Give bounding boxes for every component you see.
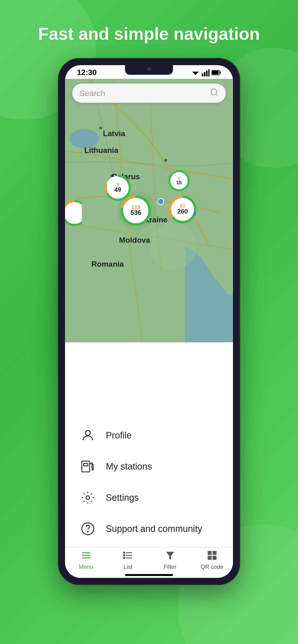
svg-rect-65 [213,558,214,560]
svg-rect-1 [202,74,203,76]
svg-rect-7 [212,71,219,74]
nav-item-menu[interactable]: Menu [72,550,100,570]
search-icon [210,88,219,98]
svg-rect-64 [215,556,216,558]
svg-point-55 [123,557,125,559]
status-time: 12:30 [77,68,97,77]
svg-text:15: 15 [176,180,182,185]
menu-label-my-stations: My stations [106,462,152,472]
nav-label-list: List [123,564,132,570]
wifi-icon [191,68,200,77]
svg-point-41 [85,430,90,435]
svg-rect-4 [208,69,209,76]
svg-text:536: 536 [130,209,141,216]
svg-rect-42 [82,461,90,472]
menu-label-profile: Profile [106,430,132,440]
qr-nav-icon [207,550,217,562]
svg-point-12 [99,126,102,130]
menu-label-support: Support and community [106,524,202,534]
list-nav-icon [123,550,133,562]
map-label-latvia: Latvia [103,129,125,138]
svg-marker-0 [192,72,199,75]
svg-rect-2 [204,72,205,76]
home-indicator [125,574,173,576]
support-icon [79,520,96,537]
blue-location-dot [158,198,164,205]
menu-item-my-stations[interactable]: My stations [65,451,233,482]
nav-item-filter[interactable]: Filter [156,550,185,570]
signal-icon [202,69,209,76]
nav-separator [65,547,233,547]
svg-rect-6 [220,72,221,74]
settings-icon [79,489,96,506]
svg-point-11 [149,222,197,270]
svg-rect-63 [213,556,214,558]
cluster-partial[interactable] [65,198,82,228]
map-label-lithuania: Lithuania [84,146,118,155]
menu-item-support[interactable]: Support and community [65,513,233,544]
search-bar[interactable]: Search [72,84,226,103]
bottom-menu-sheet: Profile My stations [65,415,233,547]
svg-point-44 [86,496,90,500]
nav-item-qr[interactable]: QR code [198,550,226,570]
svg-text:260: 260 [177,208,188,215]
svg-text:49: 49 [114,186,121,193]
cluster-3[interactable]: 119 536 [119,194,153,228]
svg-rect-3 [206,71,208,76]
nav-item-list[interactable]: List [114,550,142,570]
phone-notch [125,65,173,75]
cluster-4[interactable]: 97 260 [167,194,198,226]
map-area: Search Latvia Lithuania Belarus Ukraine … [65,79,233,342]
svg-rect-62 [209,557,210,558]
filter-nav-icon [165,550,175,562]
svg-rect-60 [209,552,210,554]
phone-frame: 12:30 [58,58,240,585]
svg-point-53 [123,552,125,554]
svg-point-46 [88,532,88,532]
nav-label-filter: Filter [164,564,176,570]
svg-rect-43 [84,464,88,466]
nav-label-menu: Menu [79,564,93,570]
search-placeholder: Search [79,89,210,98]
menu-nav-icon [81,550,91,562]
svg-marker-56 [166,552,174,560]
nav-label-qr: QR code [201,564,223,570]
menu-item-profile[interactable]: Profile [65,420,233,451]
gas-station-icon [79,458,96,475]
status-icons [191,68,221,77]
svg-point-54 [123,555,125,556]
bottom-nav-bar: Menu List [65,547,233,578]
map-label-romania: Romania [91,260,124,268]
cluster-2[interactable]: 0 15 [167,169,191,194]
page-title: Fast and simple navigation [38,24,260,44]
menu-item-settings[interactable]: Settings [65,482,233,513]
svg-point-17 [211,89,217,95]
map-label-moldova: Moldova [119,236,150,244]
svg-point-9 [70,129,99,148]
svg-rect-61 [214,552,215,554]
phone-screen: 12:30 [65,65,233,578]
camera-dot [147,67,151,71]
svg-rect-66 [215,558,216,560]
profile-icon [79,427,96,444]
menu-label-settings: Settings [106,492,139,503]
battery-icon [211,69,221,76]
svg-point-13 [164,159,167,162]
